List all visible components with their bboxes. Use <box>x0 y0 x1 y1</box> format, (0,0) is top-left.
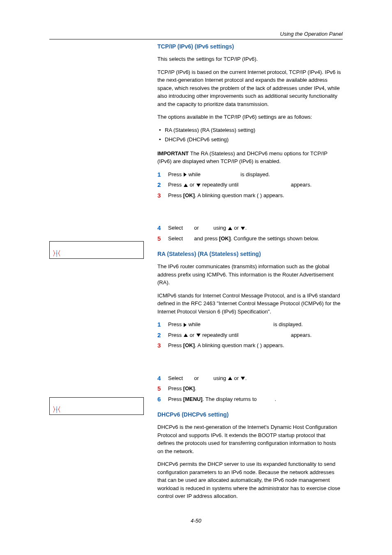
step-number-5: 5 <box>157 384 161 394</box>
bullet-list: RA (Stateless) (RA (Stateless) setting) … <box>157 126 343 144</box>
text: . <box>245 375 247 381</box>
text: Select <box>168 235 184 242</box>
important-note: IMPORTANT The RA (Stateless) and DHCPv6 … <box>157 150 343 166</box>
down-arrow-icon <box>241 377 245 380</box>
bullet-item: DHCPv6 (DHCPv6 setting) <box>157 136 343 144</box>
step-2: 2 Press or repeatedly until appears. <box>157 331 343 339</box>
text: . A blinking question mark ( ) appears. <box>195 342 284 348</box>
header-section-label: Using the Operation Panel <box>280 30 343 38</box>
text: Press <box>168 396 183 402</box>
text: Press <box>168 321 183 327</box>
header-divider <box>49 39 343 39</box>
bullet-item: RA (Stateless) (RA (Stateless) setting) <box>157 126 343 134</box>
text: appears. <box>289 332 311 338</box>
text: . <box>274 396 276 402</box>
step-number-4: 4 <box>157 374 161 383</box>
paragraph: The options available in the TCP/IP (IPv… <box>157 113 343 121</box>
step-number-5: 5 <box>157 234 161 244</box>
text: . The display returns to <box>203 396 258 402</box>
ok-key-label: [OK] <box>219 235 231 242</box>
text: using <box>212 375 228 381</box>
step-number-4: 4 <box>157 223 161 233</box>
text: or <box>188 182 196 188</box>
text: Press <box>168 385 183 391</box>
up-arrow-icon <box>184 184 188 187</box>
step-4: 4 Select or using or . <box>157 374 343 382</box>
menu-key-label: [MENU] <box>183 396 203 402</box>
down-arrow-icon <box>196 334 201 337</box>
step-1: 1 Press while is displayed. <box>157 170 343 179</box>
up-arrow-icon <box>184 334 188 337</box>
up-arrow-icon <box>228 377 232 380</box>
step-5: 5 Press [OK]. <box>157 385 343 393</box>
step-number-1: 1 <box>157 320 161 329</box>
paragraph: ICMPv6 stands for Internet Control Messa… <box>157 292 343 316</box>
step-1: 1 Press while is displayed. <box>157 320 343 329</box>
right-arrow-icon <box>184 323 187 327</box>
lcd-display-box-1: \|/ /|\ <box>49 241 144 259</box>
text: Press <box>168 332 183 338</box>
text: repeatedly until <box>201 332 240 338</box>
step-number-6: 6 <box>157 395 161 404</box>
lcd-display-box-2: \|/ /|\ <box>49 397 144 415</box>
down-arrow-icon <box>241 227 245 230</box>
text: while <box>187 321 202 327</box>
text: while <box>187 171 202 177</box>
up-arrow-icon <box>228 227 232 230</box>
step-6: 6 Press [MENU]. The display returns to . <box>157 395 343 403</box>
text: and press <box>193 235 219 242</box>
text: is displayed. <box>239 171 270 177</box>
text: or <box>233 225 240 231</box>
step-3: 3 Press [OK]. A blinking question mark (… <box>157 191 343 200</box>
ok-key-label: [OK] <box>183 385 195 391</box>
right-arrow-icon <box>184 173 187 177</box>
text: Select <box>168 225 184 231</box>
text: or <box>188 332 196 338</box>
text: or <box>193 225 201 231</box>
section-heading-tcpip-ipv6: TCP/IP (IPv6) (IPv6 settings) <box>157 42 343 51</box>
text: . Configure the settings shown below. <box>231 235 319 242</box>
step-2: 2 Press or repeatedly until appears. <box>157 181 343 189</box>
step-5: 5 Select and press [OK]. Configure the s… <box>157 235 343 243</box>
paragraph: TCP/IP (IPv6) is based on the current In… <box>157 68 343 108</box>
ok-key-label: [OK] <box>183 192 195 198</box>
text: . <box>195 385 196 391</box>
paragraph: DHCPv6 is the next-generation of the Int… <box>157 423 343 455</box>
section-heading-dhcpv6: DHCPv6 (DHCPv6 setting) <box>157 410 343 419</box>
step-4: 4 Select or using or . <box>157 224 343 232</box>
step-number-3: 3 <box>157 191 161 200</box>
text: or <box>193 375 201 381</box>
text: Press <box>168 171 183 177</box>
text: Press <box>168 182 183 188</box>
text: . A blinking question mark ( ) appears. <box>195 192 284 198</box>
text: . <box>245 225 247 231</box>
step-number-1: 1 <box>157 170 161 180</box>
text: repeatedly until <box>201 182 240 188</box>
section-heading-ra-stateless: RA (Stateless) (RA (Stateless) setting) <box>157 250 343 258</box>
step-3: 3 Press [OK]. A blinking question mark (… <box>157 341 343 350</box>
page-number: 4-50 <box>0 517 392 525</box>
text: Select <box>168 375 184 381</box>
text: appears. <box>289 182 311 188</box>
text: Press <box>168 192 183 198</box>
ok-key-label: [OK] <box>183 342 195 348</box>
text: using <box>212 225 228 231</box>
paragraph: The IPv6 router communicates (transmits)… <box>157 263 343 287</box>
down-arrow-icon <box>196 184 201 187</box>
step-number-3: 3 <box>157 341 161 350</box>
paragraph: DHCPv6 permits the DHCP server to use it… <box>157 460 343 500</box>
important-label: IMPORTANT <box>157 150 189 157</box>
text: or <box>233 375 240 381</box>
step-number-2: 2 <box>157 180 161 190</box>
text: is displayed. <box>272 321 303 327</box>
paragraph: This selects the settings for TCP/IP (IP… <box>157 55 343 63</box>
text: Press <box>168 342 183 348</box>
step-number-2: 2 <box>157 331 161 340</box>
